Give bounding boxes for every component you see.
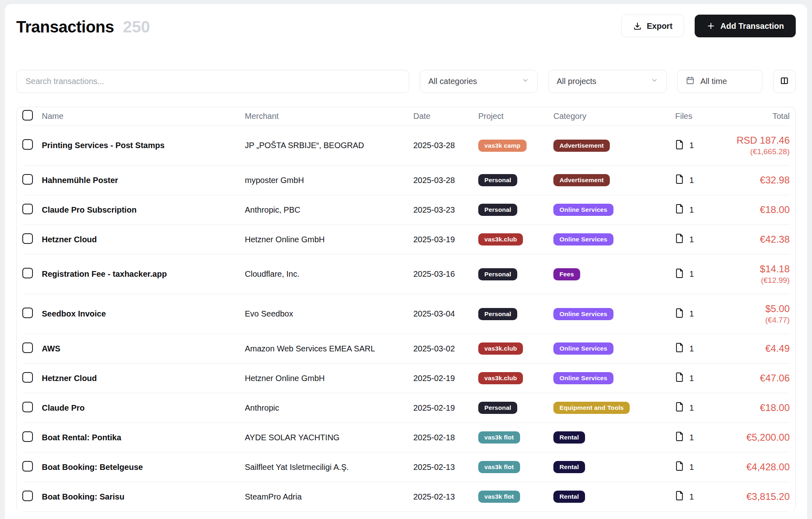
project-badge[interactable]: Personal <box>478 402 517 414</box>
column-header-project[interactable]: Project <box>478 112 553 121</box>
category-badge[interactable]: Online Services <box>553 308 613 320</box>
row-checkbox[interactable] <box>22 233 33 244</box>
date-range-label: All time <box>700 77 727 86</box>
row-checkbox-cell <box>22 174 42 187</box>
file-icon <box>675 491 684 503</box>
row-checkbox[interactable] <box>22 308 33 318</box>
date-range-filter[interactable]: All time <box>677 70 762 93</box>
transaction-date: 2025-02-19 <box>413 403 478 413</box>
project-cell: Personal <box>478 268 553 280</box>
transaction-name: Seedbox Invoice <box>42 309 245 319</box>
add-transaction-button[interactable]: Add Transaction <box>695 15 796 37</box>
category-badge[interactable]: Online Services <box>553 342 613 355</box>
table-row[interactable]: Boat Booking: Betelgeuse Sailfleet Yat I… <box>22 452 790 482</box>
project-cell: vas3k flot <box>478 431 553 444</box>
file-icon <box>675 140 684 152</box>
select-all-checkbox[interactable] <box>22 110 33 121</box>
file-count: 1 <box>689 176 694 185</box>
chevron-down-icon <box>522 77 529 86</box>
column-header-name[interactable]: Name <box>42 112 245 121</box>
category-badge[interactable]: Online Services <box>553 204 613 216</box>
file-count: 1 <box>689 205 694 215</box>
file-icon <box>675 308 684 320</box>
search-input[interactable] <box>16 70 409 93</box>
row-checkbox[interactable] <box>22 204 33 214</box>
category-badge[interactable]: Fees <box>553 268 580 280</box>
files-cell: 1 <box>675 372 726 384</box>
project-badge[interactable]: vas3k camp <box>478 140 527 152</box>
filter-bar: All categories All projects All time <box>16 70 796 93</box>
table-row[interactable]: AWS Amazon Web Services EMEA SARL 2025-0… <box>22 334 790 364</box>
category-badge[interactable]: Advertisement <box>553 140 610 152</box>
column-header-files[interactable]: Files <box>675 112 726 121</box>
file-icon <box>675 342 684 355</box>
table-body: Printing Services - Post Stamps JP „POŠT… <box>22 126 790 512</box>
file-count: 1 <box>689 492 694 502</box>
row-checkbox[interactable] <box>22 174 33 185</box>
project-badge[interactable]: vas3k flot <box>478 461 520 473</box>
row-checkbox[interactable] <box>22 372 33 383</box>
project-badge[interactable]: vas3k.club <box>478 372 523 384</box>
category-badge[interactable]: Online Services <box>553 372 613 384</box>
column-header-total[interactable]: Total <box>726 112 790 121</box>
category-badge[interactable]: Online Services <box>553 233 613 246</box>
transaction-date: 2025-03-04 <box>413 309 478 319</box>
category-badge[interactable]: Equipment and Tools <box>553 402 630 414</box>
table-row[interactable]: Boat Rental: Pontika AYDE SOLAR YACHTING… <box>22 423 790 452</box>
table-row[interactable]: Claude Pro Anthropic 2025-02-19 Personal… <box>22 393 790 423</box>
project-badge[interactable]: vas3k flot <box>478 431 520 444</box>
row-checkbox-cell <box>22 491 42 503</box>
row-checkbox[interactable] <box>22 402 33 412</box>
table-row[interactable]: Hahnemühle Poster myposter GmbH 2025-03-… <box>22 166 790 195</box>
toggle-columns-button[interactable] <box>773 70 796 93</box>
total-amount: €42.38 <box>726 234 790 246</box>
total-amount: €4.49 <box>726 343 790 355</box>
row-checkbox[interactable] <box>22 461 33 472</box>
project-cell: Personal <box>478 204 553 216</box>
file-icon <box>675 268 684 280</box>
category-badge[interactable]: Rental <box>553 491 585 503</box>
table-row[interactable]: Printing Services - Post Stamps JP „POŠT… <box>22 126 790 166</box>
row-checkbox[interactable] <box>22 268 33 278</box>
row-checkbox-cell <box>22 308 42 320</box>
export-button[interactable]: Export <box>621 15 684 37</box>
transaction-merchant: SteamPro Adria <box>245 492 413 502</box>
project-badge[interactable]: Personal <box>478 268 517 280</box>
row-checkbox[interactable] <box>22 431 33 442</box>
column-header-date[interactable]: Date <box>413 112 478 121</box>
category-badge[interactable]: Advertisement <box>553 174 610 186</box>
transaction-merchant: AYDE SOLAR YACHTING <box>245 433 413 442</box>
category-cell: Online Services <box>553 233 675 246</box>
project-badge[interactable]: Personal <box>478 204 517 216</box>
table-row[interactable]: Hetzner Cloud Hetzner Online GmbH 2025-0… <box>22 225 790 254</box>
category-badge[interactable]: Rental <box>553 461 585 473</box>
table-row[interactable]: Seedbox Invoice Evo Seedbox 2025-03-04 P… <box>22 294 790 334</box>
row-checkbox[interactable] <box>22 491 33 501</box>
row-checkbox[interactable] <box>22 342 33 353</box>
plus-icon <box>706 22 715 30</box>
category-badge[interactable]: Rental <box>553 431 585 444</box>
transaction-merchant: myposter GmbH <box>245 176 413 185</box>
transaction-name: Boat Rental: Pontika <box>42 433 245 442</box>
file-icon <box>675 402 684 414</box>
row-checkbox[interactable] <box>22 139 33 150</box>
row-checkbox-cell <box>22 233 42 246</box>
column-header-merchant[interactable]: Merchant <box>245 112 413 121</box>
column-header-category[interactable]: Category <box>553 112 675 121</box>
table-row[interactable]: Boat Booking: Sarisu SteamPro Adria 2025… <box>22 482 790 512</box>
categories-filter[interactable]: All categories <box>420 70 538 93</box>
project-badge[interactable]: vas3k flot <box>478 491 520 503</box>
transaction-merchant: Sailfleet Yat Isletmeciligi A.Ş. <box>245 463 413 472</box>
table-row[interactable]: Claude Pro Subscription Anthropic, PBC 2… <box>22 195 790 225</box>
transaction-date: 2025-03-28 <box>413 176 478 185</box>
project-badge[interactable]: Personal <box>478 308 517 320</box>
row-checkbox-cell <box>22 402 42 414</box>
category-cell: Equipment and Tools <box>553 402 675 414</box>
table-row[interactable]: Hetzner Cloud Hetzner Online GmbH 2025-0… <box>22 364 790 393</box>
project-badge[interactable]: Personal <box>478 174 517 186</box>
project-badge[interactable]: vas3k.club <box>478 233 523 246</box>
project-badge[interactable]: vas3k.club <box>478 342 523 355</box>
projects-filter[interactable]: All projects <box>548 70 667 93</box>
table-row[interactable]: Registration Fee - taxhacker.app Cloudfl… <box>22 254 790 294</box>
columns-icon <box>780 76 789 87</box>
